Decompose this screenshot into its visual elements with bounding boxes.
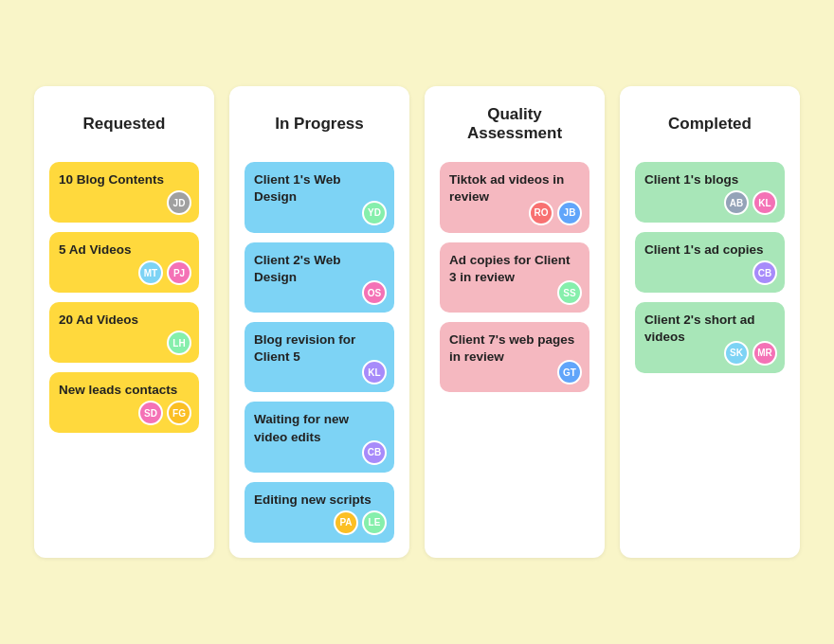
avatar-RO: RO	[529, 201, 553, 225]
card-c1[interactable]: 10 Blog ContentsJD	[49, 162, 199, 223]
avatar-PJ: PJ	[167, 260, 191, 285]
avatar-MR: MR	[752, 341, 777, 366]
card-ip2[interactable]: Client 2's Web DesignOS	[245, 242, 394, 313]
card-ip3[interactable]: Blog revision for Client 5KL	[245, 322, 394, 392]
avatars-qa3: GT	[557, 360, 582, 385]
avatars-c2: MTPJ	[138, 260, 191, 285]
card-c4[interactable]: New leads contactsSDFG	[49, 372, 199, 433]
avatars-ip1: YD	[362, 201, 387, 225]
card-qa2[interactable]: Ad copies for Client 3 in reviewSS	[440, 242, 589, 313]
card-done2[interactable]: Client 1's ad copiesCB	[635, 232, 785, 293]
avatars-c1: JD	[167, 190, 191, 215]
column-header-requested: Requested	[49, 101, 199, 147]
avatar-LH: LH	[167, 331, 191, 355]
avatars-qa1: ROJB	[529, 201, 582, 225]
avatars-qa2: SS	[557, 280, 582, 305]
avatar-JB: JB	[557, 201, 582, 225]
avatar-SD: SD	[138, 401, 163, 425]
avatar-MT: MT	[138, 260, 163, 285]
cards-container-in-progress: Client 1's Web DesignYDClient 2's Web De…	[245, 162, 394, 543]
avatars-done3: SKMR	[724, 341, 777, 366]
avatars-done2: CB	[752, 260, 777, 285]
card-ip5[interactable]: Editing new scriptsPALE	[245, 482, 394, 543]
avatar-CB: CB	[362, 440, 387, 465]
avatar-FG: FG	[167, 401, 191, 425]
avatar-SK: SK	[724, 341, 749, 366]
avatar-LE: LE	[362, 510, 387, 535]
column-header-in-progress: In Progress	[245, 101, 394, 147]
card-qa3[interactable]: Client 7's web pages in reviewGT	[440, 322, 589, 392]
column-header-completed: Completed	[635, 101, 785, 147]
avatars-c3: LH	[167, 331, 191, 355]
column-header-quality-assessment: Quality Assessment	[440, 101, 589, 147]
card-ip1[interactable]: Client 1's Web DesignYD	[245, 162, 394, 232]
avatar-CB: CB	[752, 260, 777, 285]
cards-container-requested: 10 Blog ContentsJD5 Ad VideosMTPJ20 Ad V…	[49, 162, 199, 433]
card-qa1[interactable]: Tiktok ad videos in reviewROJB	[440, 162, 589, 232]
avatars-ip2: OS	[362, 280, 387, 305]
column-in-progress: In ProgressClient 1's Web DesignYDClient…	[229, 86, 409, 558]
avatar-GT: GT	[557, 360, 582, 385]
card-ip4[interactable]: Waiting for new video editsCB	[245, 402, 394, 472]
column-quality-assessment: Quality AssessmentTiktok ad videos in re…	[425, 86, 605, 558]
avatars-ip4: CB	[362, 440, 387, 465]
avatar-KL: KL	[752, 190, 777, 215]
avatars-ip5: PALE	[334, 510, 387, 535]
kanban-board: Requested10 Blog ContentsJD5 Ad VideosMT…	[15, 67, 819, 577]
cards-container-completed: Client 1's blogsABKLClient 1's ad copies…	[635, 162, 785, 372]
avatar-AB: AB	[724, 190, 749, 215]
card-done3[interactable]: Client 2's short ad videosSKMR	[635, 302, 785, 372]
avatar-OS: OS	[362, 280, 387, 305]
column-requested: Requested10 Blog ContentsJD5 Ad VideosMT…	[34, 86, 214, 558]
column-completed: CompletedClient 1's blogsABKLClient 1's …	[620, 86, 800, 558]
card-c2[interactable]: 5 Ad VideosMTPJ	[49, 232, 199, 293]
avatar-SS: SS	[557, 280, 582, 305]
avatars-ip3: KL	[362, 360, 387, 385]
cards-container-quality-assessment: Tiktok ad videos in reviewROJBAd copies …	[440, 162, 589, 392]
avatar-PA: PA	[334, 510, 358, 535]
avatars-done1: ABKL	[724, 190, 777, 215]
card-done1[interactable]: Client 1's blogsABKL	[635, 162, 785, 223]
avatar-YD: YD	[362, 201, 387, 225]
avatar-KL: KL	[362, 360, 387, 385]
avatar-JD: JD	[167, 190, 191, 215]
card-c3[interactable]: 20 Ad VideosLH	[49, 302, 199, 363]
avatars-c4: SDFG	[138, 401, 191, 425]
